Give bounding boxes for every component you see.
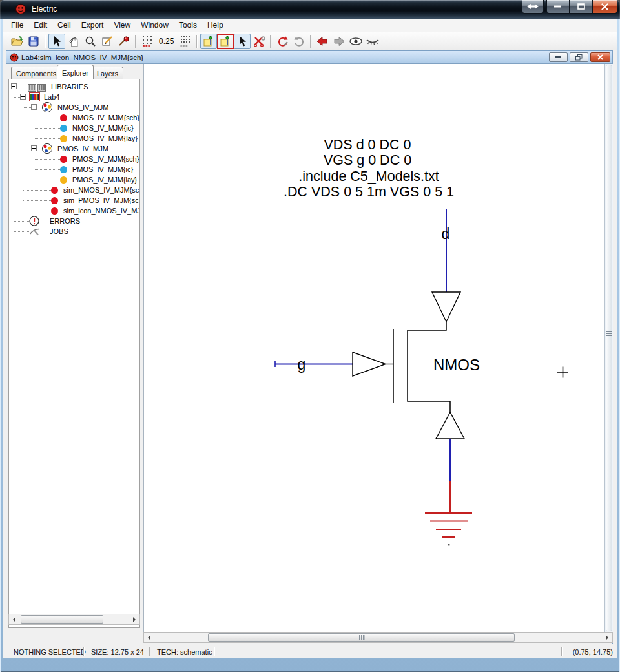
explorer-tree[interactable]: LIBRARIES Lab4 NMOS_IV_MJM (8, 79, 140, 628)
redo-icon (293, 36, 305, 47)
grid-coarser-button[interactable] (139, 34, 156, 49)
toolbar-separator (45, 35, 46, 48)
collapse-expander-icon[interactable] (31, 104, 37, 110)
titlebar[interactable]: Electric (0, 0, 620, 19)
toolbar: 0.25 (3, 32, 617, 50)
zoom-button[interactable] (82, 34, 99, 49)
tree-item-libraries[interactable]: LIBRARIES (9, 81, 140, 92)
pin-special-button[interactable] (217, 34, 234, 49)
pin-flag-red-icon (220, 36, 231, 47)
tree-item-pmos-iv-mjm-sch[interactable]: PMOS_IV_MJM{sch} (9, 154, 140, 164)
spice-line-1[interactable]: VDS d 0 DC 0 (324, 137, 411, 152)
maximize-icon (577, 3, 585, 10)
save-library-button[interactable] (25, 34, 42, 49)
tree-item-nmos-iv-mjm-lay[interactable]: NMOS_IV_MJM{lay} (9, 133, 140, 143)
tree-item-pmos-iv-mjm-ic[interactable]: PMOS_IV_MJM{ic} (9, 164, 140, 174)
collapse-expander-icon[interactable] (31, 145, 37, 151)
spice-line-4[interactable]: .DC VDS 0 5 1m VGS 0 5 1 (284, 184, 454, 200)
menu-view[interactable]: View (108, 19, 136, 32)
pan-button[interactable] (65, 34, 82, 49)
redo-button[interactable] (291, 34, 307, 49)
grid-fine-icon (180, 35, 191, 47)
menu-tools[interactable]: Tools (174, 19, 202, 32)
save-floppy-icon (28, 36, 39, 47)
technology-status: TECH: schematic (157, 648, 212, 656)
canvas-horizontal-scrollbar[interactable] (143, 632, 613, 643)
tree-item-lab4[interactable]: Lab4 (9, 92, 140, 102)
tab-components[interactable]: Components (11, 67, 61, 79)
gate-export-triangle[interactable] (353, 352, 386, 376)
scrollbar-thumb[interactable] (606, 65, 612, 631)
spice-line-2[interactable]: VGS g 0 DC 0 (324, 152, 411, 168)
select-arrow-button[interactable] (48, 34, 65, 49)
tree-item-sim-nmos[interactable]: sim_NMOS_IV_MJM{sch} (9, 185, 140, 195)
drain-export-triangle[interactable] (432, 292, 460, 322)
flip-window-button[interactable] (522, 0, 544, 14)
menu-window[interactable]: Window (136, 19, 174, 32)
tab-layers[interactable]: Layers (92, 67, 123, 79)
menu-export[interactable]: Export (76, 19, 109, 32)
menu-cell[interactable]: Cell (52, 19, 76, 32)
cursor-arrow-icon (52, 36, 62, 47)
collapse-expander-icon[interactable] (11, 83, 17, 89)
undo-button[interactable] (274, 34, 291, 49)
layout-view-dot (60, 176, 67, 184)
menu-file[interactable]: File (6, 19, 28, 32)
back-arrow-icon (316, 36, 328, 47)
source-export-triangle[interactable] (436, 412, 464, 439)
schematic-view-dot (51, 207, 58, 215)
open-library-button[interactable] (8, 34, 25, 49)
scroll-right-arrow[interactable] (130, 614, 140, 624)
go-forward-button[interactable] (331, 34, 347, 49)
device-label[interactable]: NMOS (433, 356, 480, 373)
schematic-drawing[interactable]: VDS d 0 DC 0 VGS g 0 DC 0 .include C5_Mo… (144, 64, 614, 632)
sidebar-horizontal-scrollbar[interactable] (8, 614, 140, 625)
ground-symbol[interactable] (425, 513, 472, 537)
menu-help[interactable]: Help (202, 19, 229, 32)
tab-explorer[interactable]: Explorer (57, 65, 94, 79)
special-select-button[interactable] (234, 34, 251, 49)
tree-item-pmos-iv-mjm-group[interactable]: PMOS_IV_MJM (9, 143, 140, 154)
layers-visible-button[interactable] (347, 34, 364, 49)
mdi-minimize-button[interactable] (549, 52, 568, 62)
tree-item-nmos-iv-mjm-group[interactable]: NMOS_IV_MJM (9, 102, 140, 112)
minimize-button[interactable] (546, 0, 570, 14)
tree-item-sim-icon-nmos[interactable]: sim_icon_NMOS_IV_MJM{sch} (9, 205, 140, 216)
tree-item-jobs[interactable]: JOBS (9, 226, 140, 236)
tree-item-nmos-iv-mjm-ic[interactable]: NMOS_IV_MJM{ic} (9, 123, 140, 133)
schematic-canvas[interactable]: VDS d 0 DC 0 VGS g 0 DC 0 .include C5_Mo… (143, 64, 613, 632)
drain-export-label[interactable]: d (442, 226, 450, 242)
pin-toggle-button[interactable] (200, 34, 217, 49)
scroll-left-arrow[interactable] (144, 633, 154, 642)
edit-cell-button[interactable] (99, 34, 116, 49)
grid-finer-button[interactable] (177, 34, 194, 49)
tree-item-errors[interactable]: ERRORS (9, 216, 140, 226)
scrollbar-thumb[interactable] (208, 633, 515, 642)
gate-export-label[interactable]: g (298, 356, 306, 373)
menu-edit[interactable]: Edit (28, 19, 52, 32)
edit-window-titlebar[interactable]: Lab4:sim_icon_NMOS_IV_MJM{sch} (6, 51, 612, 64)
close-button[interactable] (593, 0, 617, 14)
menu-bar: File Edit Cell Export View Window Tools … (3, 19, 617, 32)
spice-line-3[interactable]: .include C5_Models.txt (298, 169, 439, 184)
canvas-vertical-scrollbar[interactable] (604, 64, 613, 632)
probe-button[interactable] (116, 34, 132, 49)
scrollbar-thumb[interactable] (21, 615, 103, 624)
electric-logo-icon[interactable] (15, 3, 26, 15)
scroll-right-arrow[interactable] (603, 633, 612, 642)
client-area: File Edit Cell Export View Window Tools … (3, 19, 617, 658)
tree-item-pmos-iv-mjm-lay[interactable]: PMOS_IV_MJM{lay} (9, 174, 140, 185)
collapse-expander-icon[interactable] (20, 94, 26, 100)
cleanup-tools-button[interactable] (251, 34, 267, 49)
cursor-arrow-icon (237, 36, 247, 47)
tree-item-nmos-iv-mjm-sch[interactable]: NMOS_IV_MJM{sch} (9, 112, 140, 123)
maximize-button[interactable] (570, 0, 593, 14)
mdi-close-button[interactable] (590, 52, 610, 62)
go-back-button[interactable] (314, 34, 331, 49)
mdi-restore-button[interactable] (570, 52, 588, 62)
scroll-left-arrow[interactable] (9, 614, 19, 624)
status-separator (83, 647, 85, 656)
tree-item-sim-pmos[interactable]: sim_PMOS_IV_MJM{sch} (9, 195, 140, 205)
spice-card-text[interactable]: VDS d 0 DC 0 VGS g 0 DC 0 .include C5_Mo… (284, 137, 454, 200)
layers-invisible-button[interactable] (364, 34, 381, 49)
